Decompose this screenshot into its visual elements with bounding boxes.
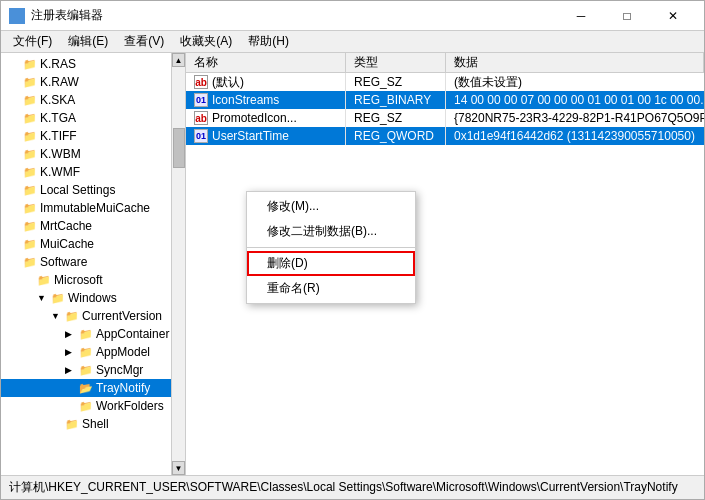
tree-item-windows[interactable]: ▼ 📁 Windows: [1, 289, 171, 307]
ctx-delete[interactable]: 删除(D): [247, 251, 415, 276]
values-header: 名称 类型 数据: [186, 53, 704, 73]
tree-item-workfolders[interactable]: 📁 WorkFolders: [1, 397, 171, 415]
folder-icon: 📁: [79, 346, 93, 359]
folder-icon: 📁: [51, 292, 65, 305]
tree-item-immutable-muicache[interactable]: 📁 ImmutableMuiCache: [1, 199, 171, 217]
tree-panel: 📁 K.RAS 📁 K.RAW 📁 K.SKA: [1, 53, 186, 475]
context-menu: 修改(M)... 修改二进制数据(B)... 删除(D) 重命名(R): [246, 191, 416, 304]
menu-help[interactable]: 帮助(H): [240, 31, 297, 52]
tree-item-syncmgr[interactable]: ▶ 📁 SyncMgr: [1, 361, 171, 379]
menu-view[interactable]: 查看(V): [116, 31, 172, 52]
collapse-icon: ▶: [65, 365, 79, 375]
value-name-iconstreams: 01 IconStreams: [186, 91, 346, 109]
tree-scrollbar[interactable]: ▲ ▼: [171, 53, 185, 475]
tree-item-k-raw[interactable]: 📁 K.RAW: [1, 73, 171, 91]
ctx-rename[interactable]: 重命名(R): [247, 276, 415, 301]
ab-icon: ab: [194, 111, 208, 125]
folder-open-icon: 📂: [79, 382, 93, 395]
close-button[interactable]: ✕: [650, 1, 696, 31]
bin-icon: 01: [194, 93, 208, 107]
minimize-button[interactable]: ─: [558, 1, 604, 31]
value-type-userstarttime: REG_QWORD: [346, 127, 446, 145]
value-data-userstarttime: 0x1d1e94f16442d62 (131142390055710050): [446, 127, 704, 145]
scroll-track[interactable]: [172, 67, 185, 461]
tree-content: 📁 K.RAS 📁 K.RAW 📁 K.SKA: [1, 53, 171, 475]
tree-item-local-settings[interactable]: 📁 Local Settings: [1, 181, 171, 199]
collapse-icon: ▶: [65, 347, 79, 357]
ctx-separator: [247, 247, 415, 248]
folder-icon: 📁: [79, 364, 93, 377]
folder-icon: 📁: [23, 202, 37, 215]
value-row-default[interactable]: ab (默认) REG_SZ (数值未设置): [186, 73, 704, 91]
col-header-data[interactable]: 数据: [446, 53, 704, 72]
folder-icon: 📁: [65, 418, 79, 431]
col-header-type[interactable]: 类型: [346, 53, 446, 72]
folder-icon: 📁: [23, 148, 37, 161]
status-bar: 计算机\HKEY_CURRENT_USER\SOFTWARE\Classes\L…: [1, 475, 704, 499]
menu-bar: 文件(F) 编辑(E) 查看(V) 收藏夹(A) 帮助(H): [1, 31, 704, 53]
value-name-userstarttime: 01 UserStartTime: [186, 127, 346, 145]
expand-icon: ▼: [51, 311, 65, 321]
col-header-name[interactable]: 名称: [186, 53, 346, 72]
bin-icon: 01: [194, 129, 208, 143]
folder-icon: 📁: [65, 310, 79, 323]
scroll-thumb[interactable]: [173, 128, 185, 168]
folder-icon: 📁: [23, 94, 37, 107]
folder-icon: 📁: [23, 76, 37, 89]
tree-item-k-wmf[interactable]: 📁 K.WMF: [1, 163, 171, 181]
value-data-promotedicon: {7820NR75-23R3-4229-82P1-R41PO67Q5O9P}..…: [446, 109, 704, 127]
window-controls: ─ □ ✕: [558, 1, 696, 31]
value-type-promotedicon: REG_SZ: [346, 109, 446, 127]
window: 注册表编辑器 ─ □ ✕ 文件(F) 编辑(E) 查看(V) 收藏夹(A) 帮助…: [0, 0, 705, 500]
folder-icon: 📁: [23, 256, 37, 269]
tree-item-microsoft[interactable]: 📁 Microsoft: [1, 271, 171, 289]
folder-icon: 📁: [79, 328, 93, 341]
tree-item-appcontainer[interactable]: ▶ 📁 AppContainer: [1, 325, 171, 343]
scroll-up-button[interactable]: ▲: [172, 53, 185, 67]
tree-item-appmodel[interactable]: ▶ 📁 AppModel: [1, 343, 171, 361]
ctx-modify-binary[interactable]: 修改二进制数据(B)...: [247, 219, 415, 244]
menu-edit[interactable]: 编辑(E): [60, 31, 116, 52]
tree-item-shell[interactable]: 📁 Shell: [1, 415, 171, 433]
tree-item-mrt-cache[interactable]: 📁 MrtCache: [1, 217, 171, 235]
tree-item-k-tga[interactable]: 📁 K.TGA: [1, 109, 171, 127]
value-data-default: (数值未设置): [446, 73, 704, 91]
folder-icon: 📁: [23, 58, 37, 71]
tree-item-k-tiff[interactable]: 📁 K.TIFF: [1, 127, 171, 145]
folder-icon: 📁: [23, 220, 37, 233]
tree-item-currentversion[interactable]: ▼ 📁 CurrentVersion: [1, 307, 171, 325]
value-name-default: ab (默认): [186, 73, 346, 91]
maximize-button[interactable]: □: [604, 1, 650, 31]
status-text: 计算机\HKEY_CURRENT_USER\SOFTWARE\Classes\L…: [9, 479, 678, 496]
value-type-default: REG_SZ: [346, 73, 446, 91]
tree-item-traynotify[interactable]: 📂 TrayNotify: [1, 379, 171, 397]
tree-item-software[interactable]: 📁 Software: [1, 253, 171, 271]
value-row-iconstreams[interactable]: 01 IconStreams REG_BINARY 14 00 00 00 07…: [186, 91, 704, 109]
expand-icon: ▼: [37, 293, 51, 303]
folder-icon: 📁: [23, 130, 37, 143]
menu-favorites[interactable]: 收藏夹(A): [172, 31, 240, 52]
app-icon: [9, 8, 25, 24]
value-name-promotedicon: ab PromotedIcon...: [186, 109, 346, 127]
folder-icon: 📁: [23, 166, 37, 179]
title-bar: 注册表编辑器 ─ □ ✕: [1, 1, 704, 31]
tree-item-k-ras[interactable]: 📁 K.RAS: [1, 55, 171, 73]
ctx-modify[interactable]: 修改(M)...: [247, 194, 415, 219]
value-row-userstarttime[interactable]: 01 UserStartTime REG_QWORD 0x1d1e94f1644…: [186, 127, 704, 145]
scroll-down-button[interactable]: ▼: [172, 461, 185, 475]
ab-icon: ab: [194, 75, 208, 89]
window-title: 注册表编辑器: [31, 7, 558, 24]
value-type-iconstreams: REG_BINARY: [346, 91, 446, 109]
tree-item-k-ska[interactable]: 📁 K.SKA: [1, 91, 171, 109]
folder-icon: 📁: [23, 184, 37, 197]
value-row-promotedicon[interactable]: ab PromotedIcon... REG_SZ {7820NR75-23R3…: [186, 109, 704, 127]
collapse-icon: ▶: [65, 329, 79, 339]
tree-item-muicache[interactable]: 📁 MuiCache: [1, 235, 171, 253]
folder-icon: 📁: [37, 274, 51, 287]
tree-item-k-wbm[interactable]: 📁 K.WBM: [1, 145, 171, 163]
value-data-iconstreams: 14 00 00 00 07 00 00 00 01 00 01 00 1c 0…: [446, 91, 704, 109]
folder-icon: 📁: [79, 400, 93, 413]
folder-icon: 📁: [23, 112, 37, 125]
folder-icon: 📁: [23, 238, 37, 251]
menu-file[interactable]: 文件(F): [5, 31, 60, 52]
